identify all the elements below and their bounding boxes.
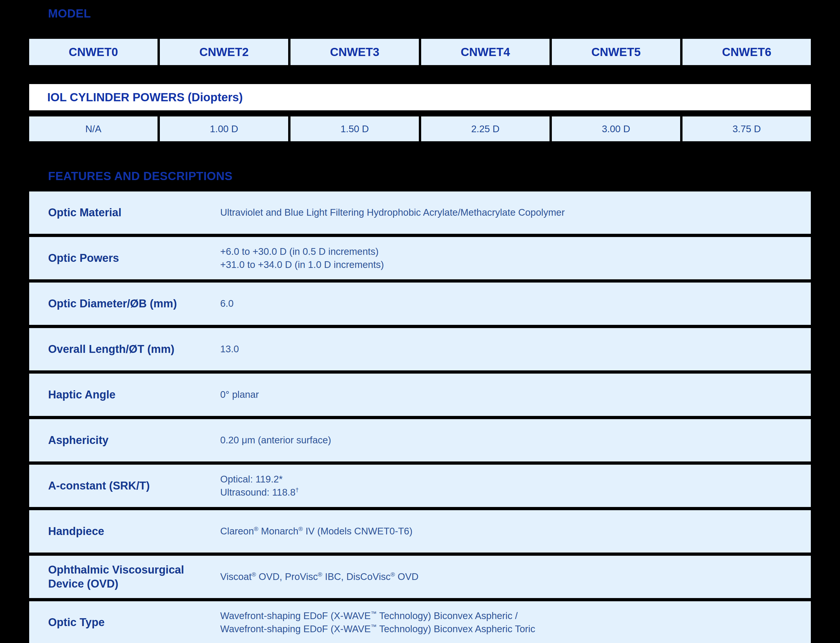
cylinder-powers-row: N/A 1.00 D 1.50 D 2.25 D 3.00 D 3.75 D [29, 116, 811, 141]
feature-row: Handpiece Clareon® Monarch® IV (Models C… [29, 510, 811, 553]
feature-value: 13.0 [220, 343, 239, 356]
feature-value: 0.20 μm (anterior surface) [220, 434, 331, 447]
feature-value: +6.0 to +30.0 D (in 0.5 D increments)+31… [220, 245, 384, 271]
features-section-title: FEATURES AND DESCRIPTIONS [48, 170, 233, 183]
feature-label: Haptic Angle [48, 388, 220, 402]
model-name-cell: CNWET5 [552, 39, 680, 65]
feature-value: Wavefront-shaping EDoF (X-WAVE™ Technolo… [220, 609, 535, 636]
feature-value-line: Wavefront-shaping EDoF (X-WAVE™ Technolo… [220, 609, 535, 623]
feature-value: Clareon® Monarch® IV (Models CNWET0-T6) [220, 525, 412, 538]
model-section-title: MODEL [48, 7, 91, 20]
feature-row: Optic Powers +6.0 to +30.0 D (in 0.5 D i… [29, 237, 811, 279]
feature-row: Ophthalmic Viscosurgical Device (OVD) Vi… [29, 556, 811, 598]
feature-label: Optic Material [48, 206, 220, 220]
feature-value: Viscoat® OVD, ProVisc® IBC, DisCoVisc® O… [220, 570, 418, 583]
features-table: Optic Material Ultraviolet and Blue Ligh… [29, 191, 811, 643]
feature-value-line: +31.0 to +34.0 D (in 1.0 D increments) [220, 258, 384, 271]
feature-value-line: Viscoat® OVD, ProVisc® IBC, DisCoVisc® O… [220, 570, 418, 583]
feature-row: Optic Type Wavefront-shaping EDoF (X-WAV… [29, 601, 811, 643]
feature-value-line: Clareon® Monarch® IV (Models CNWET0-T6) [220, 525, 412, 538]
feature-label: Optic Diameter/ØB (mm) [48, 297, 220, 311]
feature-row: Optic Material Ultraviolet and Blue Ligh… [29, 191, 811, 234]
feature-value: Optical: 119.2*Ultrasound: 118.8† [220, 473, 299, 499]
feature-value-line: +6.0 to +30.0 D (in 0.5 D increments) [220, 245, 384, 258]
feature-value-line: Optical: 119.2* [220, 473, 299, 486]
cylinder-value-cell: N/A [29, 116, 158, 141]
feature-value-line: 0.20 μm (anterior surface) [220, 434, 331, 447]
model-header-row: CNWET0 CNWET2 CNWET3 CNWET4 CNWET5 CNWET… [29, 39, 811, 65]
feature-value-line: Ultraviolet and Blue Light Filtering Hyd… [220, 206, 565, 219]
feature-value-line: 0° planar [220, 388, 259, 401]
model-name-cell: CNWET4 [421, 39, 550, 65]
cylinder-powers-header-label: IOL CYLINDER POWERS (Diopters) [47, 91, 243, 104]
feature-row: A-constant (SRK/T) Optical: 119.2*Ultras… [29, 465, 811, 507]
feature-row: Haptic Angle 0° planar [29, 374, 811, 416]
feature-value: Ultraviolet and Blue Light Filtering Hyd… [220, 206, 565, 219]
feature-label: A-constant (SRK/T) [48, 479, 220, 493]
feature-row: Asphericity 0.20 μm (anterior surface) [29, 419, 811, 462]
feature-value: 0° planar [220, 388, 259, 401]
cylinder-value-cell: 3.75 D [682, 116, 811, 141]
feature-row: Overall Length/ØT (mm) 13.0 [29, 328, 811, 370]
model-name-cell: CNWET0 [29, 39, 158, 65]
model-name-cell: CNWET3 [290, 39, 419, 65]
cylinder-value-cell: 2.25 D [421, 116, 550, 141]
spec-sheet: MODEL CNWET0 CNWET2 CNWET3 CNWET4 CNWET5… [0, 0, 840, 643]
feature-value: 6.0 [220, 297, 234, 310]
feature-label: Ophthalmic Viscosurgical Device (OVD) [48, 563, 220, 591]
model-name-cell: CNWET6 [682, 39, 811, 65]
feature-label: Optic Powers [48, 251, 220, 265]
feature-value-line: Ultrasound: 118.8† [220, 486, 299, 499]
feature-row: Optic Diameter/ØB (mm) 6.0 [29, 282, 811, 325]
feature-label: Optic Type [48, 615, 220, 630]
cylinder-value-cell: 3.00 D [552, 116, 680, 141]
feature-value-line: 6.0 [220, 297, 234, 310]
feature-label: Asphericity [48, 433, 220, 447]
model-name-cell: CNWET2 [160, 39, 288, 65]
feature-label: Overall Length/ØT (mm) [48, 343, 220, 356]
feature-value-line: 13.0 [220, 343, 239, 356]
feature-label: Handpiece [48, 524, 220, 539]
cylinder-value-cell: 1.50 D [290, 116, 419, 141]
cylinder-powers-header: IOL CYLINDER POWERS (Diopters) [29, 84, 811, 110]
cylinder-value-cell: 1.00 D [160, 116, 288, 141]
feature-value-line: Wavefront-shaping EDoF (X-WAVE™ Technolo… [220, 623, 535, 636]
